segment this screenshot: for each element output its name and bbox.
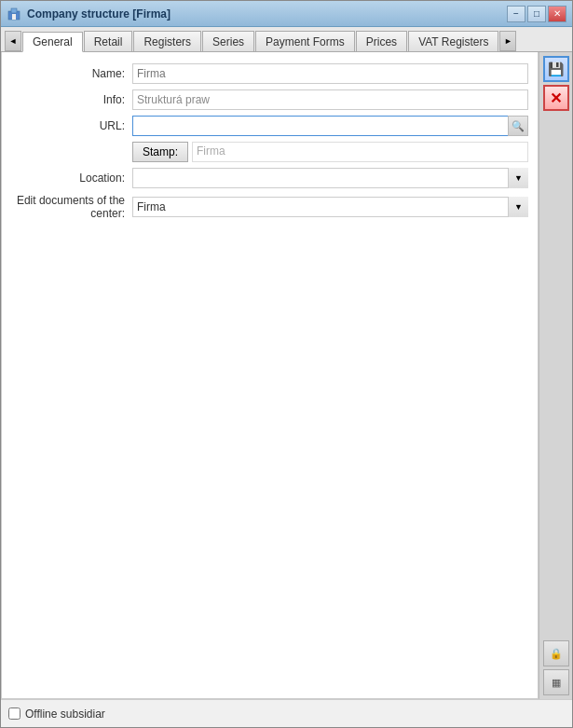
lock-button[interactable]: 🔒 [543, 640, 569, 666]
edit-docs-row: Edit documents of the center: Firma ▼ [11, 194, 528, 220]
delete-button[interactable]: ✕ [543, 85, 569, 111]
name-label: Name: [11, 67, 132, 80]
location-row: Location: ▼ [11, 168, 528, 188]
stamp-value: Firma [192, 142, 528, 162]
content-area: Name: Info: URL: 🔍 [1, 52, 539, 699]
app-icon [7, 7, 21, 21]
info-input[interactable] [132, 89, 528, 110]
name-row: Name: [11, 63, 528, 84]
location-label: Location: [11, 172, 132, 185]
svg-rect-2 [12, 14, 16, 20]
edit-docs-label: Edit documents of the center: [11, 194, 132, 220]
tab-payment-forms[interactable]: Payment Forms [255, 31, 355, 51]
save-button[interactable]: 💾 [543, 56, 569, 82]
lock-icon: 🔒 [550, 648, 563, 660]
tab-nav-prev[interactable]: ◄ [5, 31, 21, 51]
title-bar: Company structure [Firma] − □ ✕ [1, 1, 572, 27]
name-field-wrap [132, 63, 528, 84]
info-label: Info: [11, 93, 132, 106]
stamp-row: Stamp: Firma [11, 142, 528, 162]
edit-docs-select[interactable]: Firma [132, 197, 528, 217]
window-controls: − □ ✕ [507, 6, 566, 22]
offline-checkbox[interactable] [8, 707, 20, 720]
save-icon: 💾 [548, 62, 564, 76]
close-button[interactable]: ✕ [548, 6, 566, 22]
tab-vat-registers[interactable]: VAT Registers [408, 31, 498, 51]
stamp-button[interactable]: Stamp: [132, 142, 188, 162]
tab-bar: ◄ General Retail Registers Series Paymen… [1, 27, 572, 52]
url-search-button[interactable]: 🔍 [508, 116, 528, 136]
tab-registers[interactable]: Registers [133, 31, 201, 51]
svg-rect-1 [11, 8, 17, 13]
location-select[interactable] [132, 168, 528, 188]
maximize-button[interactable]: □ [527, 6, 546, 22]
offline-checkbox-wrap: Offline subsidiar [8, 707, 105, 721]
url-input-wrap: 🔍 [132, 116, 528, 136]
edit-docs-select-wrap: Firma ▼ [132, 197, 528, 217]
tab-nav-next[interactable]: ► [499, 31, 516, 51]
search-icon: 🔍 [512, 120, 525, 132]
main-area: Name: Info: URL: 🔍 [1, 52, 572, 699]
tab-general[interactable]: General [22, 32, 83, 52]
delete-icon: ✕ [550, 89, 562, 107]
url-row: URL: 🔍 [11, 116, 528, 136]
window-title: Company structure [Firma] [27, 7, 507, 21]
bottom-bar: Offline subsidiar [1, 699, 572, 727]
location-select-wrap: ▼ [132, 168, 528, 188]
main-window: Company structure [Firma] − □ ✕ ◄ Genera… [0, 0, 573, 728]
url-input[interactable] [132, 116, 528, 136]
tab-series[interactable]: Series [202, 31, 254, 51]
grid-icon: ▦ [552, 677, 561, 689]
info-field-wrap [132, 89, 528, 110]
right-toolbar: 💾 ✕ 🔒 ▦ [539, 52, 572, 699]
url-label: URL: [11, 119, 132, 132]
info-row: Info: [11, 89, 528, 110]
name-input[interactable] [132, 63, 528, 84]
minimize-button[interactable]: − [507, 6, 525, 22]
tab-retail[interactable]: Retail [84, 31, 133, 51]
tab-prices[interactable]: Prices [356, 31, 407, 51]
offline-label: Offline subsidiar [25, 707, 105, 721]
grid-button[interactable]: ▦ [543, 669, 569, 695]
